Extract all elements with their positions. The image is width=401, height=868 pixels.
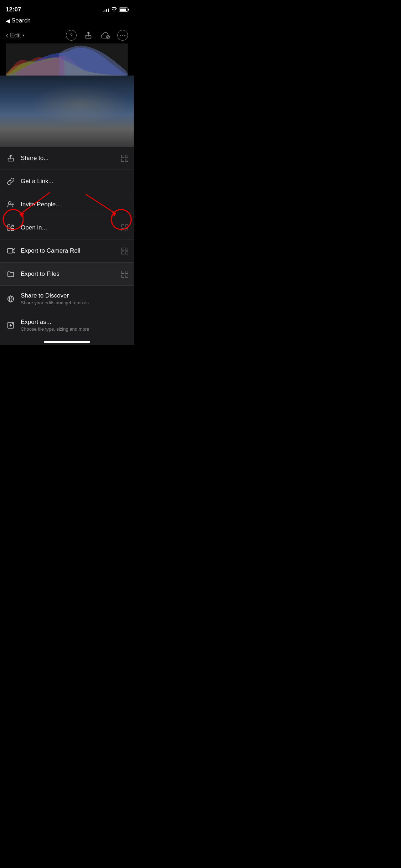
nav-back[interactable]: ◀ Search — [0, 16, 134, 27]
open-in-icon — [6, 223, 16, 233]
toolbar-left: ‹ Edit ▾ — [6, 30, 25, 40]
help-button[interactable]: ? — [66, 30, 77, 41]
share-discover-sublabel: Share your edits and get remixes — [21, 300, 128, 305]
toolbar-right: ? — [66, 30, 128, 41]
globe-icon — [6, 294, 16, 304]
export-files-label: Export to Files — [21, 270, 121, 278]
svg-rect-13 — [8, 228, 10, 231]
svg-rect-15 — [7, 249, 13, 253]
get-link-label: Get a Link... — [21, 178, 128, 185]
share-to-icon — [6, 153, 16, 163]
invite-people-text: Invite People... — [21, 201, 128, 208]
folder-icon — [6, 269, 16, 279]
status-icons — [103, 7, 128, 12]
home-bar — [44, 341, 90, 343]
export-as-text: Export as... Choose file type, sizing an… — [21, 319, 128, 332]
invite-people-label: Invite People... — [21, 201, 128, 208]
share-to-text: Share to... — [21, 155, 121, 162]
share-to-item[interactable]: Share to... — [0, 147, 134, 170]
export-as-label: Export as... — [21, 319, 128, 326]
get-link-text: Get a Link... — [21, 178, 128, 185]
signal-icon — [103, 7, 109, 12]
svg-rect-12 — [8, 225, 10, 227]
share-menu-panel: Share to... Get a Link... — [0, 147, 134, 338]
status-bar: 12:07 — [0, 0, 134, 16]
export-camera-roll-text: Export to Camera Roll — [21, 247, 121, 254]
svg-rect-16 — [14, 248, 15, 250]
svg-point-9 — [9, 202, 11, 204]
back-label: Search — [11, 17, 31, 24]
export-files-item[interactable]: Export to Files — [0, 263, 134, 286]
get-link-item[interactable]: Get a Link... — [0, 170, 134, 193]
share-to-label: Share to... — [21, 155, 121, 162]
status-time: 12:07 — [6, 6, 21, 13]
back-arrow-icon: ◀ — [6, 17, 10, 24]
battery-icon — [119, 7, 128, 12]
share-discover-label: Share to Discover — [21, 292, 128, 299]
edit-dropdown-icon: ▾ — [22, 33, 25, 38]
cloud-sync-button[interactable] — [100, 30, 111, 41]
open-in-toggle[interactable] — [121, 224, 128, 231]
open-in-item[interactable]: Open in... — [0, 216, 134, 239]
photo-sky-gradient — [0, 76, 134, 147]
export-camera-roll-label: Export to Camera Roll — [21, 247, 121, 254]
invite-people-item[interactable]: Invite People... — [0, 193, 134, 216]
share-to-toggle[interactable] — [121, 155, 128, 162]
export-as-item[interactable]: Export as... Choose file type, sizing an… — [0, 312, 134, 338]
home-indicator — [0, 338, 134, 345]
link-icon — [6, 176, 16, 186]
export-as-icon — [6, 320, 16, 330]
invite-people-icon — [6, 200, 16, 210]
share-discover-text: Share to Discover Share your edits and g… — [21, 292, 128, 305]
svg-rect-14 — [11, 228, 14, 231]
more-options-button[interactable] — [117, 30, 128, 41]
photo-preview — [0, 76, 134, 147]
open-in-label: Open in... — [21, 224, 121, 231]
open-in-text: Open in... — [21, 224, 121, 231]
export-files-toggle[interactable] — [121, 271, 128, 278]
toolbar: ‹ Edit ▾ ? — [0, 27, 134, 43]
export-camera-roll-toggle[interactable] — [121, 248, 128, 254]
back-chevron-icon[interactable]: ‹ — [6, 30, 9, 40]
svg-rect-17 — [14, 252, 15, 254]
export-as-sublabel: Choose file type, sizing and more — [21, 326, 128, 332]
camera-roll-icon — [6, 246, 16, 256]
edit-button[interactable]: Edit ▾ — [10, 32, 25, 39]
share-discover-item[interactable]: Share to Discover Share your edits and g… — [0, 286, 134, 312]
export-files-text: Export to Files — [21, 270, 121, 278]
wifi-icon — [111, 7, 117, 12]
export-camera-roll-item[interactable]: Export to Camera Roll — [0, 239, 134, 263]
histogram — [6, 43, 128, 76]
share-button[interactable] — [83, 30, 94, 41]
